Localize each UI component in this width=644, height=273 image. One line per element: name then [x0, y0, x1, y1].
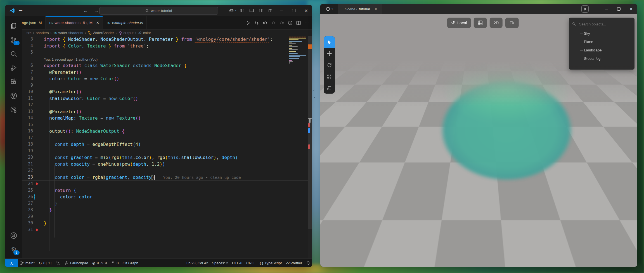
- status-ln-23-col-42[interactable]: Ln 23, Col 42: [184, 259, 210, 267]
- status-typescript[interactable]: { }TypeScript: [258, 259, 284, 267]
- code-line[interactable]: 25 return {: [5, 187, 312, 194]
- toggle-secondary-sidebar-icon[interactable]: [256, 5, 266, 16]
- code-line[interactable]: 31: [5, 227, 312, 233]
- code-line[interactable]: 11 shallowColor: Color = new Color(): [5, 95, 312, 102]
- code-line[interactable]: 16 output(): NodeShaderOutput {: [5, 128, 312, 135]
- activity-extensions[interactable]: [5, 75, 22, 89]
- status-utf-8[interactable]: UTF-8: [230, 259, 244, 267]
- code-editor[interactable]: 3import { NodeShader, NodeShaderOutput, …: [5, 36, 312, 258]
- breadcrumb-water-shader.ts[interactable]: TSwater-shader.ts: [53, 31, 83, 35]
- scene-viewport[interactable]: ↺Local2D SkyPlaneLandscapeGlobal fog: [320, 14, 637, 267]
- run-icon[interactable]: [245, 19, 252, 27]
- copilot-icon[interactable]: ˅: [228, 5, 237, 16]
- breadcrumb-src[interactable]: src: [27, 31, 31, 35]
- hierarchy-item-landscape[interactable]: Landscape: [580, 46, 634, 54]
- codelens-row[interactable]: You, 1 second ago | 1 author (You): [5, 56, 312, 63]
- window-close-button[interactable]: ✕: [300, 5, 312, 16]
- code-line[interactable]: 22: [5, 167, 312, 174]
- hierarchy-search[interactable]: [569, 19, 634, 29]
- code-line[interactable]: 29: [5, 213, 312, 220]
- code-line[interactable]: 9: [5, 82, 312, 89]
- viewport-grid-button[interactable]: [474, 18, 487, 28]
- viewport-2d-button[interactable]: 2D: [490, 18, 503, 28]
- status-main-[interactable]: main*: [18, 259, 37, 267]
- code-line[interactable]: 28 }: [5, 207, 312, 213]
- tab-close-icon[interactable]: ✕: [96, 21, 99, 25]
- code-line[interactable]: 17: [5, 135, 312, 141]
- engine-maximize-button[interactable]: [613, 4, 625, 14]
- code-line[interactable]: 26 color: color: [5, 194, 312, 200]
- code-line[interactable]: 3import { NodeShader, NodeShaderOutput, …: [5, 36, 312, 43]
- rotate-tool-button[interactable]: [324, 59, 335, 71]
- hierarchy-item-global-fog[interactable]: Global fog: [580, 54, 634, 63]
- tab-example-shader.ts[interactable]: TSexample-shader.ts: [103, 16, 147, 29]
- breadcrumb-WaterShader[interactable]: WaterShader: [88, 31, 114, 35]
- code-line[interactable]: 10 @Parameter(): [5, 89, 312, 95]
- status-compare[interactable]: [54, 259, 62, 267]
- status-crlf[interactable]: CRLF: [244, 259, 258, 267]
- activity-git-lens[interactable]: [5, 103, 22, 117]
- code-line[interactable]: 20 const gradient = mix(rgb(this.color),…: [5, 154, 312, 161]
- code-line[interactable]: 7 @Parameter(): [5, 69, 312, 76]
- status-0-1-[interactable]: ↻0↓ 1↑: [37, 259, 54, 267]
- overview-ruler[interactable]: [308, 36, 312, 258]
- hierarchy-item-plane[interactable]: Plane: [580, 38, 634, 46]
- select-tool-button[interactable]: [324, 36, 335, 48]
- activity-source-control[interactable]: 8: [5, 33, 22, 47]
- toggle-panel-icon[interactable]: [247, 5, 256, 16]
- status-spaces-2[interactable]: Spaces: 2: [210, 259, 230, 267]
- status-9[interactable]: ⊗9⚠9: [90, 259, 109, 267]
- customize-layout-icon[interactable]: [266, 5, 275, 16]
- code-line[interactable]: 15: [5, 122, 312, 128]
- code-line[interactable]: 19: [5, 148, 312, 155]
- menu-icon[interactable]: ☰: [18, 8, 23, 14]
- nav-fwd-icon[interactable]: [278, 19, 285, 27]
- status-bell[interactable]: [304, 259, 312, 267]
- breadcrumb-shaders[interactable]: shaders: [36, 31, 49, 35]
- toggle-primary-sidebar-icon[interactable]: [237, 5, 247, 16]
- activity-files[interactable]: [5, 19, 22, 33]
- rect-tool-button[interactable]: [324, 82, 335, 94]
- status-launchpad[interactable]: Launchpad: [62, 259, 90, 267]
- status-git-graph[interactable]: Git Graph: [121, 259, 140, 267]
- status-prettier[interactable]: ✓✓Prettier: [284, 259, 304, 267]
- timeline-icon[interactable]: [287, 19, 294, 27]
- code-line[interactable]: 24: [5, 181, 312, 187]
- code-line[interactable]: 18 const depth = edgeDepthEffect(4): [5, 141, 312, 148]
- code-line[interactable]: 13 @Parameter(): [5, 108, 312, 115]
- code-line[interactable]: 30}: [5, 220, 312, 227]
- diff-icon[interactable]: [253, 19, 260, 27]
- play-button[interactable]: [581, 5, 589, 13]
- code-line[interactable]: 5: [5, 49, 312, 56]
- command-center-search[interactable]: water-tutorial: [99, 7, 218, 15]
- minimap[interactable]: [289, 37, 307, 67]
- code-line[interactable]: 27 }: [5, 200, 312, 207]
- window-maximize-button[interactable]: [288, 5, 300, 16]
- activity-settings[interactable]: ⚙1: [5, 243, 22, 257]
- window-minimize-button[interactable]: –: [275, 5, 288, 16]
- scene-tab[interactable]: Scene / tutorial ✕: [338, 4, 382, 14]
- engine-minimize-button[interactable]: –: [600, 4, 613, 14]
- split-icon[interactable]: [295, 19, 302, 27]
- breadcrumb-color[interactable]: color: [138, 31, 151, 35]
- nav-forward-button[interactable]: →: [94, 8, 99, 13]
- breadcrumb-output[interactable]: output: [119, 31, 134, 35]
- scale-tool-button[interactable]: [324, 71, 335, 82]
- code-line[interactable]: 12: [5, 102, 312, 108]
- hierarchy-item-sky[interactable]: Sky: [580, 29, 634, 38]
- viewport-local-button[interactable]: ↺Local: [447, 18, 471, 28]
- engine-close-button[interactable]: ✕: [625, 4, 637, 14]
- code-line[interactable]: 4import { Color, Texture } from 'three';: [5, 43, 312, 49]
- viewport-camera-button[interactable]: [505, 18, 519, 28]
- code-line[interactable]: 23 const color = rgba(gradient, opacity)…: [5, 174, 312, 181]
- nav-back-icon[interactable]: [261, 19, 269, 27]
- scene-tab-close-icon[interactable]: ✕: [374, 7, 377, 11]
- nav-dot-icon[interactable]: [270, 19, 277, 27]
- remote-indicator[interactable]: [5, 259, 18, 267]
- code-line[interactable]: 8 color: Color = new Color(): [5, 75, 312, 82]
- activity-git-graph[interactable]: [5, 89, 22, 103]
- activity-search[interactable]: [5, 47, 22, 61]
- status-0[interactable]: 0: [109, 259, 120, 267]
- tab-water-shader.ts[interactable]: TSwater-shader.ts9+, M✕: [46, 16, 103, 29]
- hierarchy-search-input[interactable]: [579, 22, 624, 27]
